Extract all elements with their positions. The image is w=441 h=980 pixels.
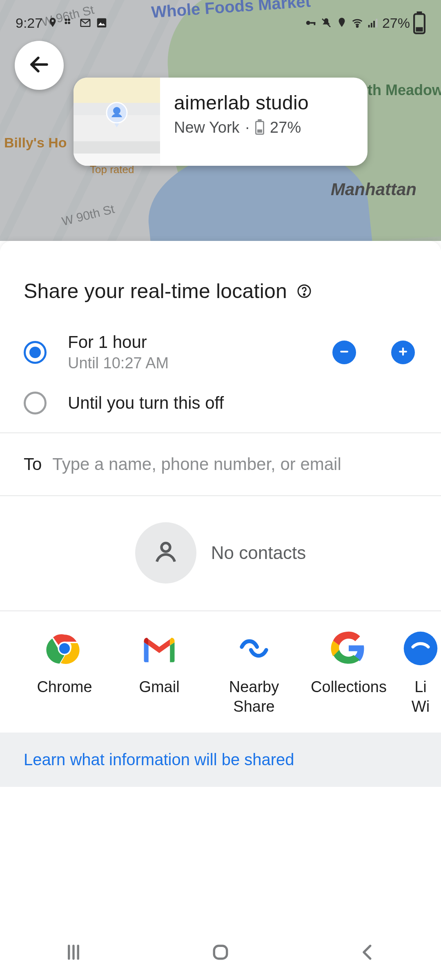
svg-rect-13 — [373, 21, 375, 27]
no-contacts-text: No contacts — [211, 543, 306, 563]
app-label: Collections — [311, 677, 387, 697]
to-label: To — [24, 454, 42, 474]
app-label: Li Wi — [412, 677, 430, 716]
share-app-chrome[interactable]: Chrome — [17, 630, 112, 716]
recents-button[interactable] — [62, 941, 85, 965]
vpn-key-icon — [305, 17, 317, 29]
arrow-left-icon — [28, 53, 51, 78]
svg-rect-5 — [97, 18, 107, 28]
nearby-share-icon — [236, 630, 272, 667]
location-card-title: aimerlab studio — [174, 91, 309, 114]
svg-point-23 — [303, 294, 305, 295]
svg-point-3 — [68, 22, 70, 24]
increase-duration-button[interactable] — [391, 341, 415, 364]
radio-selected-icon — [24, 341, 47, 364]
unknown-app-icon — [402, 630, 439, 667]
battery-icon — [413, 17, 425, 29]
app-label: Gmail — [139, 677, 179, 697]
signal-icon — [367, 17, 379, 29]
svg-point-30 — [59, 643, 70, 654]
contact-placeholder-avatar — [135, 522, 196, 584]
svg-point-32 — [404, 632, 438, 666]
learn-more-bar[interactable]: Learn what information will be shared — [0, 733, 441, 787]
option-secondary-text: Until 10:27 AM — [68, 354, 311, 372]
dot-separator: · — [245, 119, 250, 136]
svg-rect-12 — [371, 23, 372, 27]
svg-rect-17 — [416, 27, 423, 32]
apps-icon — [63, 17, 75, 29]
status-battery-text: 27% — [382, 15, 410, 31]
home-button[interactable] — [209, 941, 232, 965]
person-pin-icon — [105, 101, 129, 131]
option-until-off[interactable]: Until you turn this off — [24, 384, 417, 427]
contacts-area: No contacts — [0, 496, 441, 610]
share-app-gmail[interactable]: Gmail — [112, 630, 207, 716]
recipient-row[interactable]: To Type a name, phone number, or email — [0, 433, 441, 495]
app-label: Chrome — [37, 677, 92, 697]
status-bar: 9:27 — [0, 11, 441, 34]
share-location-sheet: Share your real-time location For 1 hour… — [0, 241, 441, 980]
google-g-icon — [330, 630, 367, 667]
option-primary-text: Until you turn this off — [68, 393, 417, 413]
share-app-collections[interactable]: Collections — [301, 630, 396, 716]
person-icon — [151, 538, 180, 568]
battery-small-icon — [255, 121, 264, 135]
svg-rect-14 — [376, 19, 377, 27]
share-app-nearby[interactable]: Nearby Share — [207, 630, 301, 716]
plus-icon — [396, 345, 410, 360]
svg-point-1 — [68, 19, 70, 21]
svg-point-2 — [65, 22, 67, 24]
svg-rect-8 — [314, 22, 315, 25]
radio-unselected-icon — [24, 392, 47, 414]
location-thumbnail — [74, 78, 160, 166]
chrome-icon — [46, 630, 83, 667]
location-status-icon — [336, 17, 348, 29]
svg-rect-24 — [340, 350, 348, 352]
sheet-title: Share your real-time location — [24, 279, 287, 303]
help-icon[interactable] — [297, 284, 312, 298]
location-pin-icon — [47, 17, 59, 29]
svg-rect-26 — [399, 350, 407, 352]
svg-point-6 — [306, 21, 310, 25]
photo-status-icon — [96, 17, 108, 29]
location-card-battery: 27% — [270, 119, 301, 136]
minus-icon — [337, 345, 351, 360]
learn-more-link[interactable]: Learn what information will be shared — [24, 751, 294, 768]
back-button[interactable] — [15, 41, 64, 90]
wifi-icon — [351, 17, 363, 29]
svg-rect-11 — [368, 25, 370, 27]
option-primary-text: For 1 hour — [68, 332, 311, 352]
status-time: 9:27 — [16, 15, 42, 31]
share-apps-row[interactable]: Chrome Gmail Nearby Share Collections — [0, 610, 441, 733]
gmail-icon — [141, 630, 178, 667]
svg-point-27 — [161, 543, 170, 552]
location-card[interactable]: aimerlab studio New York · 27% — [74, 78, 368, 166]
svg-point-10 — [356, 26, 358, 27]
decrease-duration-button[interactable] — [332, 341, 356, 364]
location-card-city: New York — [174, 119, 240, 136]
recipient-input[interactable]: Type a name, phone number, or email — [52, 454, 417, 474]
system-nav-bar — [0, 926, 441, 980]
mute-icon — [320, 17, 332, 29]
svg-point-0 — [65, 19, 67, 21]
share-app-partial[interactable]: Li Wi — [396, 630, 441, 716]
gmail-status-icon — [79, 17, 91, 29]
svg-point-21 — [113, 107, 120, 114]
option-for-1-hour[interactable]: For 1 hour Until 10:27 AM — [24, 325, 417, 384]
back-nav-button[interactable] — [356, 941, 379, 965]
svg-rect-36 — [214, 946, 227, 959]
app-label: Nearby Share — [213, 677, 295, 716]
